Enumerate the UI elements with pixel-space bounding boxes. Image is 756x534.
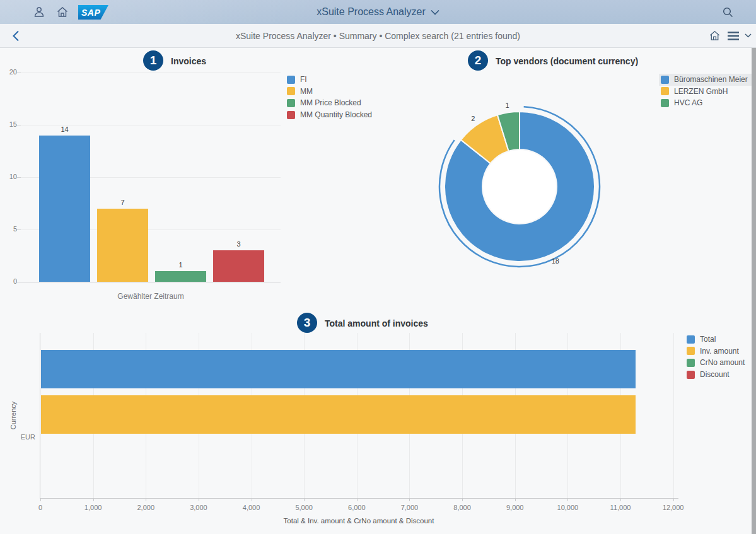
chevron-down-icon <box>745 33 752 38</box>
chart1-x-axis-label: Gewählter Zeitraum <box>21 292 281 301</box>
x-tick-label: 2,000 <box>127 504 165 511</box>
tick-mark <box>146 498 146 501</box>
x-tick-label: 12,000 <box>654 504 692 511</box>
chart2-title: Top vendors (document currency) <box>496 56 638 66</box>
vertical-scrollbar[interactable] <box>752 48 756 534</box>
tick-mark <box>17 282 21 282</box>
legend-item-label: Discount <box>700 370 730 379</box>
x-tick-label: 8,000 <box>443 504 481 511</box>
legend-item[interactable]: MM Price Blocked <box>285 97 377 109</box>
y-tick-label: 20 <box>0 68 17 76</box>
vendors-donut: 1821 <box>431 98 608 275</box>
legend-item-label: Büromaschinen Meier <box>674 75 748 84</box>
legend-item[interactable]: FI <box>285 74 377 86</box>
home-icon[interactable] <box>52 0 73 24</box>
back-button[interactable] <box>5 24 26 47</box>
x-tick-label: 9,000 <box>496 504 534 511</box>
y-tick-label: 0 <box>0 277 17 285</box>
legend-item[interactable]: Discount <box>685 369 750 381</box>
legend-item[interactable]: CrNo amount <box>685 357 750 369</box>
tick-mark <box>304 498 305 501</box>
legend-item[interactable]: LERZEN GmbH <box>659 86 753 98</box>
gridline <box>21 282 281 282</box>
home-icon <box>709 30 721 42</box>
chart2-legend: Büromaschinen MeierLERZEN GmbHHVC AG <box>659 74 753 109</box>
x-tick-label: 5,000 <box>285 504 323 511</box>
chart3-category-label: EUR <box>0 433 35 441</box>
x-tick-label: 10,000 <box>549 504 586 511</box>
legend-item[interactable]: Inv. amount <box>685 345 750 357</box>
legend-color-chip <box>687 371 695 379</box>
gridline <box>21 73 281 73</box>
tick-mark <box>17 177 21 178</box>
tick-mark <box>17 73 21 73</box>
tick-mark <box>462 498 463 501</box>
legend-color-chip <box>287 111 295 119</box>
legend-item[interactable]: Total <box>685 334 750 345</box>
bar-mm-price-blocked[interactable] <box>155 271 206 282</box>
chart3-title: Total amount of invoices <box>325 318 428 328</box>
legend-item-label: FI <box>300 75 307 84</box>
legend-item-label: Total <box>700 335 716 344</box>
vendors-donut-svg: 1821 <box>431 98 608 275</box>
invoices-plot: 2015105014713 <box>21 73 281 282</box>
slice-value-label: 18 <box>552 257 559 265</box>
legend-item-label: MM Price Blocked <box>300 98 361 107</box>
bar-total[interactable] <box>41 350 636 388</box>
tick-mark <box>199 498 199 501</box>
legend-item-label: MM Quantity Blocked <box>300 110 372 119</box>
search-icon[interactable] <box>717 0 738 24</box>
chart3-legend: TotalInv. amountCrNo amountDiscount <box>685 334 750 380</box>
slice-value-label: 2 <box>471 115 475 122</box>
tick-mark <box>40 498 41 501</box>
bar-mm-quantity-blocked[interactable] <box>213 250 264 282</box>
tick-mark <box>93 498 94 501</box>
chart1-title: Invoices <box>171 56 206 66</box>
gridline <box>673 333 674 498</box>
chart3-x-axis-label: Total & Inv. amount & CrNo amount & Disc… <box>40 517 678 525</box>
search-icon-glyph <box>722 6 734 18</box>
amount-plot: 01,0002,0003,0004,0005,0006,0007,0008,00… <box>40 333 678 499</box>
sap-logo[interactable]: SAP <box>78 5 108 20</box>
bar-mm[interactable] <box>97 209 148 282</box>
legend-item[interactable]: MM <box>285 86 377 98</box>
chart3-badge: 3 <box>297 313 317 333</box>
tick-mark <box>252 498 252 501</box>
bar-fi[interactable] <box>39 136 90 282</box>
legend-color-chip <box>661 99 669 107</box>
y-tick-label: 5 <box>0 225 17 233</box>
tick-mark <box>673 498 674 501</box>
person-icon[interactable] <box>28 0 50 24</box>
menu-button[interactable] <box>724 24 742 47</box>
shell-title[interactable]: xSuite Process Analyzer <box>317 6 426 18</box>
person-icon-glyph <box>33 6 45 18</box>
legend-color-chip <box>287 76 295 84</box>
tick-mark <box>17 125 21 125</box>
slice-value-label: 1 <box>505 102 509 109</box>
donut-hole <box>483 150 556 223</box>
menu-expand-button[interactable] <box>742 24 753 47</box>
legend-item[interactable]: Büromaschinen Meier <box>659 74 753 86</box>
back-icon <box>12 30 20 42</box>
legend-item[interactable]: MM Quantity Blocked <box>285 109 377 121</box>
shell-header: SAP xSuite Process Analyzer <box>0 0 756 24</box>
home-button[interactable] <box>704 24 724 47</box>
x-tick-label: 0 <box>21 504 59 511</box>
legend-item-label: LERZEN GmbH <box>674 87 728 96</box>
shell-title-wrap: xSuite Process Analyzer <box>0 0 756 24</box>
title-chevron-down-icon[interactable] <box>431 9 439 15</box>
legend-item-label: HVC AG <box>674 98 702 107</box>
tick-mark <box>409 498 410 501</box>
chart2-badge: 2 <box>468 50 488 71</box>
legend-color-chip <box>287 99 295 107</box>
legend-color-chip <box>287 87 295 95</box>
legend-color-chip <box>661 87 669 95</box>
legend-item-label: MM <box>300 87 313 96</box>
bar-inv--amount[interactable] <box>41 395 636 434</box>
legend-item-label: CrNo amount <box>700 358 745 367</box>
legend-item[interactable]: HVC AG <box>659 97 753 109</box>
bar-value-label: 3 <box>213 240 264 248</box>
x-tick-label: 3,000 <box>180 504 218 511</box>
y-tick-label: 15 <box>0 120 17 128</box>
x-tick-label: 1,000 <box>74 504 112 511</box>
